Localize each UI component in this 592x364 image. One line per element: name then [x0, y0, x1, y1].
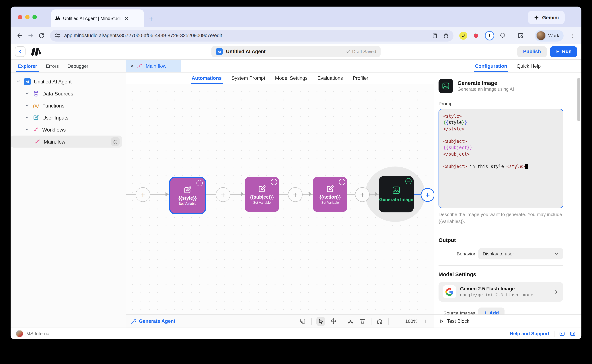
prompt-editor[interactable]: <style>{{style}}</style> <subject>{{subj… — [439, 109, 563, 208]
fullscreen-window-button[interactable] — [33, 15, 37, 19]
auto-layout-icon[interactable] — [347, 318, 354, 325]
browser-tab-title: Untitled AI Agent | MindStudio — [63, 16, 121, 21]
forward-icon[interactable] — [26, 31, 35, 40]
panel-scrollbar[interactable] — [577, 78, 580, 121]
zoom-level[interactable]: 100% — [405, 318, 418, 324]
canvas-toolbar: Generate Agent — [126, 314, 434, 328]
block-title: Generate Image — [458, 80, 514, 86]
model-card[interactable]: Gemini 2.5 Flash Image google/gemini-2.5… — [439, 282, 563, 301]
browser-window: Untitled AI Agent | MindStudio ✕ + Gemin… — [11, 6, 581, 339]
workflow-canvas[interactable]: + + + + {{style}} Set Variable {{subject… — [126, 84, 434, 314]
toggle-left-panel-icon[interactable] — [570, 331, 576, 337]
tab-close-icon[interactable]: ✕ — [124, 16, 129, 21]
edit-pencil-icon — [33, 114, 39, 121]
bookmark-star-icon[interactable] — [443, 32, 449, 39]
tree-item-workflows[interactable]: Workflows — [11, 124, 126, 136]
node-set-variable-subject[interactable]: {{subject}} Set Variable — [245, 177, 279, 212]
configuration-body: Generate Image Generate an image using A… — [434, 72, 581, 314]
collapse-node-icon[interactable] — [405, 178, 412, 184]
tree-item-main-flow[interactable]: Main.flow — [11, 136, 122, 148]
close-window-button[interactable] — [18, 15, 22, 19]
node-generate-image[interactable]: Generate Image — [379, 176, 414, 212]
chevron-down-icon[interactable] — [16, 79, 21, 84]
tab-search-icon[interactable] — [517, 32, 525, 39]
tab-profiler[interactable]: Profiler — [353, 72, 368, 84]
delete-trash-icon[interactable] — [359, 318, 366, 325]
collapse-node-icon[interactable] — [339, 179, 345, 185]
save-address-icon[interactable] — [432, 32, 438, 39]
select-cursor-icon[interactable] — [316, 317, 325, 325]
node-variable: {{subject}} — [250, 194, 274, 200]
behavior-select[interactable]: Display to user — [478, 248, 563, 259]
minimize-window-button[interactable] — [25, 15, 30, 19]
generate-agent-button[interactable]: Generate Agent — [131, 318, 175, 324]
sidebar-tab-debugger[interactable]: Debugger — [67, 60, 88, 72]
gemini-button[interactable]: Gemini — [528, 11, 565, 24]
tree-item-data-sources[interactable]: Data Sources — [11, 87, 126, 99]
panel-tab-quick-help[interactable]: Quick Help — [517, 60, 541, 72]
chevron-down-icon[interactable] — [24, 103, 30, 108]
node-set-variable-action[interactable]: {{action}} Set Variable — [313, 177, 347, 212]
traffic-lights — [18, 15, 37, 19]
node-set-variable-style[interactable]: {{style}} Set Variable — [169, 177, 206, 214]
new-tab-button[interactable]: + — [149, 15, 153, 22]
magic-wand-icon — [131, 318, 136, 324]
onepassword-extension-icon[interactable] — [485, 31, 494, 40]
image-icon — [392, 186, 401, 194]
database-icon — [33, 90, 39, 97]
play-icon — [556, 50, 559, 53]
add-step-button[interactable]: + — [216, 187, 230, 202]
fit-home-icon[interactable] — [376, 318, 383, 325]
status-bar: MS Internal Help and Support — [11, 328, 581, 339]
banana-extension-icon[interactable] — [459, 32, 467, 39]
workspace-avatar[interactable] — [16, 331, 23, 337]
chevron-down-icon[interactable] — [24, 115, 30, 120]
publish-button[interactable]: Publish — [517, 46, 547, 57]
file-tab-main-flow[interactable]: × Main.flow — [126, 60, 181, 72]
tree-item-agent-root[interactable]: AI Untitled AI Agent — [11, 75, 126, 87]
extensions-puzzle-icon[interactable] — [499, 32, 507, 39]
tab-system-prompt[interactable]: System Prompt — [231, 72, 265, 84]
home-flow-button[interactable] — [111, 137, 119, 146]
browser-profile-button[interactable]: Work — [535, 30, 564, 41]
collapse-node-icon[interactable] — [271, 179, 277, 185]
add-step-button[interactable]: + — [355, 187, 370, 202]
run-button[interactable]: Run — [550, 46, 577, 57]
tree-item-functions[interactable]: (x) Functions — [11, 99, 126, 111]
tab-model-settings[interactable]: Model Settings — [275, 72, 308, 84]
prompt-label: Prompt — [439, 101, 563, 106]
tab-evaluations[interactable]: Evaluations — [317, 72, 343, 84]
app-back-button[interactable] — [15, 46, 26, 57]
strawberry-extension-icon[interactable] — [472, 32, 480, 39]
address-bar[interactable]: app.mindstudio.ai/agents/857270b0-af06-4… — [50, 30, 454, 41]
browser-tab[interactable]: Untitled AI Agent | MindStudio ✕ — [51, 9, 144, 27]
chevron-down-icon[interactable] — [24, 127, 30, 132]
chevron-down-icon[interactable] — [24, 91, 30, 96]
edit-pencil-icon — [326, 185, 334, 193]
toggle-right-panel-icon[interactable] — [559, 331, 565, 337]
add-source-image-button[interactable]: + Add — [478, 307, 504, 314]
site-settings-icon[interactable] — [54, 32, 60, 39]
test-block-bar[interactable]: Test Block — [434, 314, 581, 328]
notes-icon[interactable] — [299, 318, 307, 325]
add-step-button[interactable]: + — [288, 187, 303, 202]
sidebar-tab-errors[interactable]: Errors — [46, 60, 59, 72]
reload-icon[interactable] — [37, 31, 46, 40]
close-tab-icon[interactable]: × — [131, 63, 133, 69]
panel-tab-configuration[interactable]: Configuration — [475, 60, 507, 72]
pan-move-icon[interactable] — [330, 318, 337, 325]
add-step-after-button[interactable]: + — [421, 188, 434, 202]
google-logo-icon — [443, 285, 456, 298]
sidebar-tab-explorer[interactable]: Explorer — [18, 60, 37, 72]
browser-menu-icon[interactable]: ⋮ — [570, 32, 575, 39]
zoom-out-icon[interactable]: − — [393, 318, 401, 325]
collapse-node-icon[interactable] — [197, 180, 203, 186]
tree-item-label: Data Sources — [42, 91, 73, 96]
zoom-in-icon[interactable]: + — [422, 318, 429, 325]
tab-automations[interactable]: Automations — [191, 72, 222, 84]
tree-item-user-inputs[interactable]: User Inputs — [11, 111, 126, 124]
back-icon[interactable] — [15, 31, 24, 40]
add-step-button[interactable]: + — [136, 187, 150, 202]
agent-title-bar[interactable]: AI Untitled AI Agent Draft Saved — [211, 46, 381, 57]
help-and-support-link[interactable]: Help and Support — [510, 331, 549, 336]
